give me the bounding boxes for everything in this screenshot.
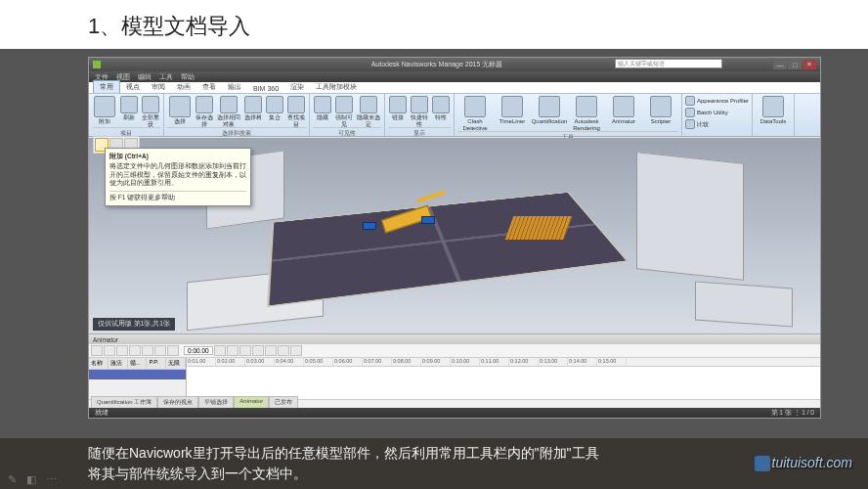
more-icon[interactable]: ⋯ bbox=[46, 473, 57, 486]
tree-icon bbox=[244, 96, 262, 113]
status-right: 第 1 张 ⋮ 1 / 0 bbox=[771, 409, 815, 418]
animator-tree[interactable]: 名称 激活 循... P.P. 无限 bbox=[89, 358, 187, 399]
marker-icon[interactable]: ◧ bbox=[26, 473, 36, 486]
save-icon bbox=[195, 96, 213, 113]
animator-panel: Animator 0:00.00 bbox=[89, 333, 820, 408]
append-button[interactable]: 附加 bbox=[92, 96, 117, 127]
quant-icon bbox=[539, 96, 560, 117]
ribbon-tab-output[interactable]: 输出 bbox=[222, 81, 247, 93]
maximize-button[interactable]: □ bbox=[788, 60, 802, 69]
tab-saved-viewpoints[interactable]: 保存的视点 bbox=[157, 396, 198, 408]
props-icon bbox=[432, 96, 450, 113]
ribbon-tab-viewpoint[interactable]: 视点 bbox=[120, 81, 146, 93]
animator-timeline[interactable]: 0:01.00 0:02.00 0:03.00 0:04.00 0:05.00 … bbox=[187, 358, 820, 399]
find-items-button[interactable]: 查找项目 bbox=[286, 96, 306, 127]
minimize-button[interactable]: — bbox=[773, 60, 787, 69]
col-inf: 无限 bbox=[166, 358, 186, 369]
caption-line-2: 将其与部件统统导入到一个文档中。 bbox=[88, 464, 845, 484]
find-icon bbox=[287, 96, 305, 113]
anim-tool-button[interactable] bbox=[116, 345, 128, 356]
anim-next-button[interactable] bbox=[278, 345, 289, 356]
anim-tool-button[interactable] bbox=[104, 345, 115, 356]
ribbon-group-datatools: DataTools bbox=[753, 94, 795, 136]
quick-props-button[interactable]: 快捷特性 bbox=[410, 96, 429, 127]
save-selection-button[interactable]: 保存选择 bbox=[195, 96, 214, 127]
help-search-input[interactable]: 输入关键字或短语 bbox=[615, 59, 722, 68]
cursor-icon bbox=[169, 96, 191, 117]
close-button[interactable]: ✕ bbox=[803, 60, 816, 69]
clash-detective-button[interactable]: Clash Detective bbox=[457, 96, 493, 131]
animator-title: Animator bbox=[89, 334, 820, 344]
timeliner-button[interactable]: TimeLiner bbox=[495, 96, 530, 131]
datatools-button[interactable]: DataTools bbox=[756, 96, 791, 125]
anim-tool-button[interactable] bbox=[167, 345, 179, 356]
anim-play-button[interactable] bbox=[265, 345, 277, 356]
anim-tool-button[interactable] bbox=[91, 345, 103, 356]
ribbon: 附加 刷新 全部重设 项目 选择 保存选择 选择相同对象 选择树 集合 查找项目… bbox=[89, 94, 820, 137]
anim-rewind-button[interactable] bbox=[214, 345, 226, 356]
anim-stop-button[interactable] bbox=[252, 345, 264, 356]
hide-unselected-button[interactable]: 隐藏未选定 bbox=[356, 96, 381, 127]
tooltip: 附加 (Ctrl+A) 将选定文件中的几何图形和数据添加到当前打开的三维模型，保… bbox=[105, 148, 251, 206]
anim-prev-button[interactable] bbox=[227, 345, 239, 356]
ribbon-group-project: 附加 刷新 全部重设 项目 bbox=[89, 94, 164, 136]
anim-tool-button[interactable] bbox=[129, 345, 141, 356]
ribbon-tab-bim360[interactable]: BIM 360 bbox=[247, 84, 284, 93]
ribbon-tab-animation[interactable]: 动画 bbox=[171, 81, 196, 93]
anim-end-button[interactable] bbox=[290, 345, 302, 356]
site-foundation bbox=[267, 192, 629, 307]
datatools-icon bbox=[762, 96, 784, 117]
menu-tools[interactable]: 工具 bbox=[159, 72, 173, 82]
animator-timecode[interactable]: 0:00.00 bbox=[184, 346, 213, 355]
ribbon-tab-home[interactable]: 常用 bbox=[93, 80, 120, 93]
select-button[interactable]: 选择 bbox=[167, 96, 193, 127]
ribbon-group-tools: Clash Detective TimeLiner Quantification… bbox=[455, 94, 682, 136]
ribbon-group-visibility: 隐藏 强制可见 隐藏未选定 可见性 bbox=[310, 94, 385, 136]
hide-button[interactable]: 隐藏 bbox=[313, 96, 332, 127]
links-icon bbox=[389, 96, 407, 113]
ribbon-tab-addins[interactable]: 工具附加模块 bbox=[310, 81, 363, 93]
tab-quantification[interactable]: Quantification 工作簿 bbox=[91, 396, 157, 408]
reset-all-button[interactable]: 全部重设 bbox=[141, 96, 160, 127]
anim-playrev-button[interactable] bbox=[239, 345, 251, 356]
ribbon-tabstrip: 常用 视点 审阅 动画 查看 输出 BIM 360 渲染 工具附加模块 bbox=[89, 82, 820, 94]
select-same-button[interactable]: 选择相同对象 bbox=[216, 96, 241, 127]
animator-row-selected[interactable] bbox=[89, 370, 186, 379]
navisworks-window: Autodesk Navisworks Manage 2015 无标题 输入关键… bbox=[88, 57, 821, 419]
sets-icon bbox=[266, 96, 283, 113]
properties-button[interactable]: 特性 bbox=[431, 96, 451, 127]
menu-help[interactable]: 帮助 bbox=[181, 72, 195, 82]
tab-animator[interactable]: Animator bbox=[234, 396, 269, 408]
building-model bbox=[695, 282, 793, 328]
ribbon-tab-review[interactable]: 审阅 bbox=[146, 81, 171, 93]
scripter-button[interactable]: Scripter bbox=[643, 96, 678, 131]
appearance-profiler-button[interactable]: Appearance Profiler bbox=[685, 96, 749, 107]
ribbon-tab-view[interactable]: 查看 bbox=[196, 81, 222, 93]
require-button[interactable]: 强制可见 bbox=[334, 96, 354, 127]
qprops-icon bbox=[411, 96, 428, 113]
col-active: 激活 bbox=[108, 358, 128, 369]
bottom-panel-tabs: Quantification 工作簿 保存的视点 平铺选择 Animator 已… bbox=[91, 396, 298, 408]
rendering-button[interactable]: Autodesk Rendering bbox=[569, 96, 604, 131]
ribbon-tab-render[interactable]: 渲染 bbox=[284, 81, 310, 93]
anim-tool-button[interactable] bbox=[154, 345, 166, 356]
selection-tree-button[interactable]: 选择树 bbox=[243, 96, 263, 127]
compare-button[interactable]: 比较 bbox=[685, 119, 749, 130]
animator-toolbar: 0:00.00 bbox=[89, 344, 820, 358]
truck-model bbox=[363, 222, 376, 230]
anim-tool-button[interactable] bbox=[142, 345, 153, 356]
links-button[interactable]: 链接 bbox=[388, 96, 408, 127]
statusbar: 就绪 第 1 张 ⋮ 1 / 0 bbox=[89, 408, 820, 418]
refresh-button[interactable]: 刷新 bbox=[119, 96, 139, 127]
timeliner-icon bbox=[501, 96, 523, 117]
pen-icon[interactable]: ✎ bbox=[8, 473, 17, 486]
watermark-icon bbox=[755, 456, 770, 471]
tab-published[interactable]: 已发布 bbox=[269, 396, 298, 408]
quantification-button[interactable]: Quantification bbox=[532, 96, 567, 131]
batch-utility-button[interactable]: Batch Utility bbox=[685, 108, 749, 118]
tab-tile-selection[interactable]: 平铺选择 bbox=[198, 396, 234, 408]
sets-button[interactable]: 集合 bbox=[265, 96, 284, 127]
animator-button[interactable]: Animator bbox=[606, 96, 641, 131]
menu-edit[interactable]: 编辑 bbox=[138, 72, 152, 82]
appprof-icon bbox=[685, 96, 695, 106]
